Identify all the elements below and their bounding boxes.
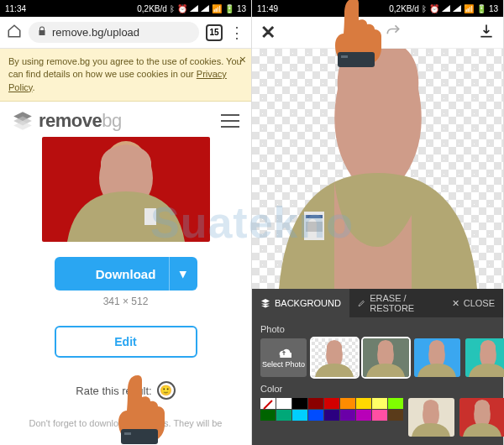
close-editor-icon[interactable]: ✕ — [260, 22, 276, 44]
tab-erase-restore[interactable]: ERASE / RESTORE — [349, 289, 444, 317]
bg-thumb[interactable] — [408, 398, 454, 437]
bluetooth-icon: ᛒ — [170, 4, 175, 13]
cookie-banner: By using remove.bg you agree to the use … — [0, 49, 251, 102]
color-swatch[interactable] — [324, 398, 339, 409]
undo-icon[interactable] — [353, 23, 370, 43]
close-icon: ✕ — [452, 298, 459, 309]
color-swatch[interactable] — [356, 410, 371, 421]
color-swatch[interactable] — [340, 410, 355, 421]
url-text: remove.bg/upload — [52, 26, 139, 39]
status-time: 11:34 — [5, 4, 26, 13]
color-swatch[interactable] — [292, 398, 307, 409]
bg-thumb[interactable] — [414, 338, 460, 377]
hamburger-menu-icon[interactable] — [221, 114, 239, 128]
layers-icon — [260, 298, 270, 308]
color-swatch[interactable] — [324, 410, 339, 421]
background-panel: Photo Select Photo Color — [252, 317, 503, 445]
download-icon[interactable] — [478, 23, 495, 43]
color-swatch[interactable] — [372, 398, 387, 409]
battery-icon: 🔋 — [224, 4, 234, 13]
phone-left-browser: 11:34 0,2KB/d ᛒ ⏰ 📶 🔋 13 remove.bg/uploa… — [0, 0, 252, 445]
browser-toolbar: remove.bg/upload 15 ⋮ — [0, 17, 251, 49]
alarm-icon: ⏰ — [429, 4, 439, 13]
status-bar: 11:49 0,2KB/d ᛒ ⏰ 📶 🔋 13 — [252, 0, 503, 17]
svg-rect-3 — [124, 432, 131, 435]
battery-icon: 🔋 — [476, 4, 486, 13]
svg-rect-1 — [144, 208, 156, 225]
signal-icon — [190, 5, 198, 12]
color-swatch[interactable] — [276, 398, 291, 409]
smile-face-icon[interactable]: 🙂 — [157, 381, 176, 400]
image-dimensions: 341 × 512 — [103, 296, 149, 307]
download-dropdown-button[interactable]: ▾ — [169, 257, 197, 291]
download-button[interactable]: Download ▾ — [55, 257, 197, 291]
upload-photo-button[interactable]: Select Photo — [260, 338, 307, 377]
person-silhouette — [50, 141, 202, 242]
color-swatch[interactable] — [388, 410, 403, 421]
color-preview-thumbs — [408, 398, 504, 437]
color-swatch[interactable] — [292, 410, 307, 421]
person-cutout — [269, 49, 487, 289]
removebg-logo[interactable]: removebg — [12, 110, 122, 132]
rate-result-row: Rate this result: 🙂 — [76, 381, 175, 400]
signal-icon — [442, 5, 450, 12]
main-content: Download ▾ 341 × 512 Edit Rate this resu… — [0, 135, 251, 445]
wifi-icon: 📶 — [464, 4, 474, 13]
svg-rect-7 — [306, 215, 323, 218]
redo-icon[interactable] — [385, 23, 402, 43]
tab-count-button[interactable]: 15 — [206, 24, 223, 41]
color-swatch[interactable] — [356, 398, 371, 409]
color-swatch-grid — [260, 398, 402, 421]
background-tabs: BACKGROUND ERASE / RESTORE ✕ CLOSE — [252, 289, 503, 317]
editor-toolbar: ✕ — [252, 17, 503, 49]
download-reminder: Don't forget to download your files. The… — [18, 418, 234, 428]
editor-canvas[interactable] — [252, 49, 503, 289]
color-section-row — [260, 398, 495, 437]
result-image — [42, 137, 210, 242]
color-swatch[interactable] — [308, 398, 323, 409]
bluetooth-icon: ᛒ — [422, 4, 427, 13]
bg-thumb[interactable] — [465, 338, 504, 377]
color-swatch[interactable] — [276, 410, 291, 421]
svg-rect-8 — [306, 222, 323, 232]
photo-section-label: Photo — [260, 324, 495, 334]
pencil-icon — [358, 298, 365, 308]
photo-thumbnails-row: Select Photo — [260, 338, 495, 377]
status-data-rate: 0,2KB/d — [137, 4, 167, 13]
lock-icon — [37, 26, 47, 39]
bg-thumb[interactable] — [312, 338, 358, 377]
color-swatch[interactable] — [260, 398, 276, 409]
site-header: removebg — [0, 102, 251, 135]
alarm-icon: ⏰ — [177, 4, 187, 13]
status-time: 11:49 — [257, 4, 278, 13]
bg-thumb[interactable] — [459, 398, 504, 437]
svg-rect-2 — [121, 429, 158, 444]
color-swatch[interactable] — [388, 398, 403, 409]
cookie-close-icon[interactable]: × — [239, 52, 246, 69]
address-bar[interactable]: remove.bg/upload — [29, 22, 199, 43]
svg-rect-4 — [480, 35, 491, 37]
color-section-label: Color — [260, 384, 495, 394]
signal-icon — [453, 5, 461, 12]
tab-close[interactable]: ✕ CLOSE — [444, 289, 503, 317]
color-swatch[interactable] — [260, 410, 276, 421]
battery-percent: 13 — [489, 4, 498, 13]
bg-thumb[interactable] — [363, 338, 409, 377]
home-icon[interactable] — [7, 24, 22, 42]
signal-icon — [201, 5, 209, 12]
color-swatch[interactable] — [340, 398, 355, 409]
phone-right-editor: 11:49 0,2KB/d ᛒ ⏰ 📶 🔋 13 ✕ — [252, 0, 504, 445]
logo-icon — [12, 110, 34, 132]
wifi-icon: 📶 — [212, 4, 222, 13]
color-swatch[interactable] — [308, 410, 323, 421]
status-bar: 11:34 0,2KB/d ᛒ ⏰ 📶 🔋 13 — [0, 0, 251, 17]
battery-percent: 13 — [237, 4, 246, 13]
edit-button[interactable]: Edit — [55, 326, 197, 358]
tab-background[interactable]: BACKGROUND — [252, 289, 349, 317]
color-swatch[interactable] — [372, 410, 387, 421]
status-data-rate: 0,2KB/d — [389, 4, 419, 13]
